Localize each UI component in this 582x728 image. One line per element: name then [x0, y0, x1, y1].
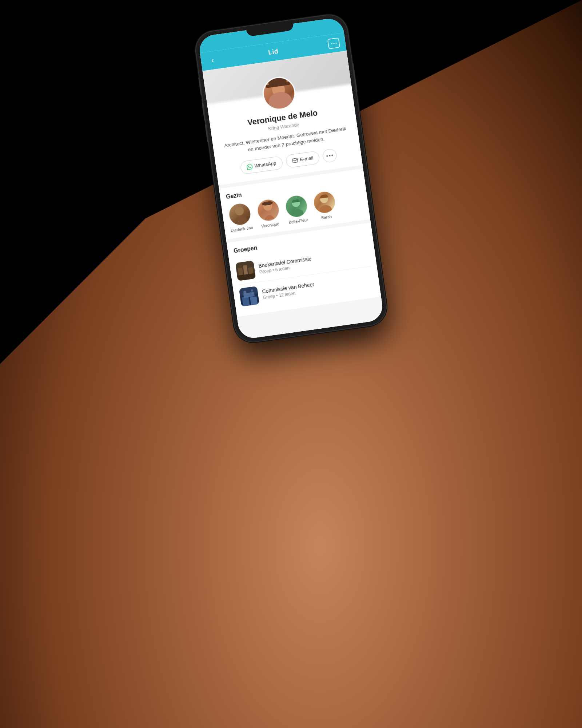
list-item[interactable]: Veronique — [256, 198, 282, 229]
avatar — [284, 194, 308, 218]
email-icon — [292, 157, 298, 163]
group-thumbnail — [239, 286, 259, 306]
svg-point-7 — [291, 208, 304, 218]
svg-point-9 — [319, 204, 332, 214]
back-button[interactable]: ‹ — [206, 55, 219, 66]
family-member-name: Veronique — [261, 221, 280, 228]
more-dot-1 — [326, 155, 328, 157]
svg-rect-19 — [250, 296, 258, 305]
more-options-button[interactable] — [327, 37, 340, 49]
dot-2 — [333, 43, 334, 44]
family-member-name: Diederik-Jan — [230, 225, 253, 232]
avatar — [256, 198, 280, 222]
group-thumbnail — [235, 260, 256, 281]
family-member-name: Belle-Fleur — [288, 217, 308, 224]
avatar-hat — [268, 77, 287, 87]
dot-3 — [335, 43, 336, 44]
svg-rect-0 — [292, 158, 298, 162]
whatsapp-label: WhatsApp — [254, 160, 276, 169]
svg-rect-13 — [248, 267, 253, 274]
group-info: Boekentafel Commissie Groep • 6 leden — [258, 256, 312, 274]
profile-section: Veronique de Melo Kring Warande Architec… — [203, 51, 363, 185]
whatsapp-button[interactable]: WhatsApp — [240, 156, 283, 175]
more-dot-3 — [331, 154, 333, 156]
header-title: Lid — [268, 47, 279, 56]
avatar — [228, 202, 252, 226]
list-item[interactable]: Diederik-Jan — [227, 202, 254, 233]
action-more-button[interactable] — [322, 148, 338, 163]
svg-point-1 — [234, 206, 244, 216]
email-button[interactable]: E-mail — [285, 150, 320, 168]
list-item[interactable]: Sarah — [312, 190, 338, 221]
family-member-name: Sarah — [321, 214, 332, 220]
whatsapp-icon — [246, 163, 253, 170]
dot-1 — [331, 43, 332, 44]
list-item[interactable]: Belle-Fleur — [284, 194, 310, 225]
svg-point-2 — [234, 215, 248, 226]
avatar — [260, 75, 298, 112]
more-dot-2 — [329, 155, 331, 157]
group-info: Commissie van Beheer Groep • 12 leden — [262, 281, 315, 300]
avatar — [312, 190, 336, 214]
scene: ‹ Lid — [0, 0, 582, 728]
email-label: E-mail — [300, 155, 314, 162]
svg-rect-18 — [242, 296, 250, 306]
